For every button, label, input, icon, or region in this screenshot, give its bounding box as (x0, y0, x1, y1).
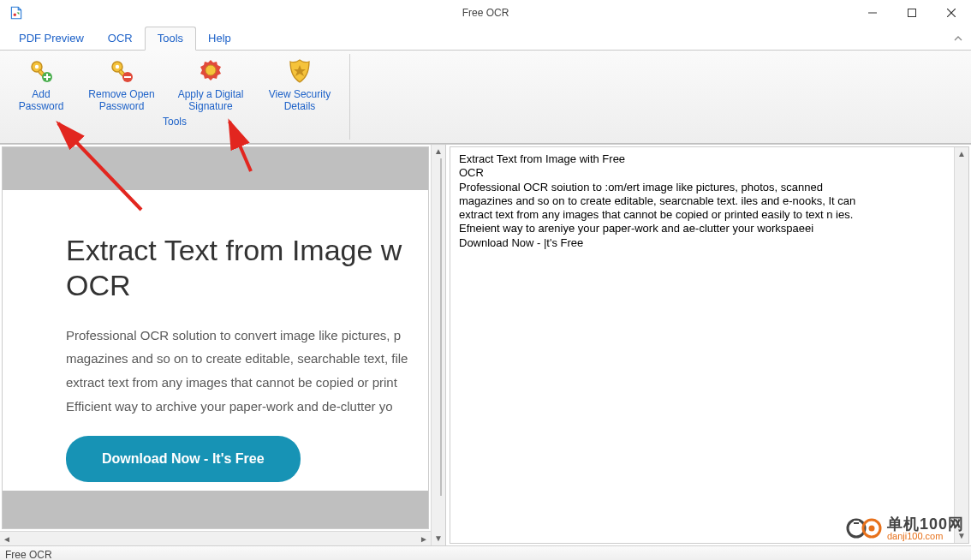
ocr-output-text[interactable]: Extract Text from Image with Free OCR Pr… (450, 147, 954, 543)
preview-page: Extract Text from Image w OCR Profession… (3, 190, 428, 491)
tab-tools[interactable]: Tools (145, 27, 196, 51)
scroll-left-icon[interactable]: ◄ (0, 534, 14, 544)
minimize-button[interactable] (853, 0, 892, 26)
shield-icon (286, 57, 313, 85)
tab-ocr[interactable]: OCR (96, 27, 145, 50)
svg-point-19 (206, 65, 216, 75)
scroll-thumb[interactable] (440, 158, 442, 496)
key-add-icon (27, 57, 55, 85)
vertical-scrollbar-left[interactable]: ▲ ▼ (431, 145, 445, 545)
add-password-button[interactable]: AddPassword (5, 52, 77, 116)
maximize-button[interactable] (892, 0, 932, 26)
svg-marker-0 (11, 7, 21, 19)
tab-help[interactable]: Help (196, 27, 243, 50)
app-icon (9, 5, 24, 21)
ocr-output-pane: Extract Text from Image with Free OCR Pr… (450, 146, 969, 544)
svg-point-1 (14, 14, 16, 16)
ribbon-label: View SecurityDetails (269, 88, 331, 114)
svg-rect-12 (44, 76, 51, 78)
ribbon-separator (349, 54, 350, 140)
remove-open-password-button[interactable]: Remove OpenPassword (77, 52, 166, 116)
preview-margin-bottom (3, 491, 428, 528)
statusbar: Free OCR (0, 545, 971, 560)
close-button[interactable] (932, 0, 971, 26)
preview-margin-top (3, 147, 428, 190)
scroll-right-icon[interactable]: ► (417, 534, 431, 544)
scroll-down-icon[interactable]: ▼ (955, 529, 968, 543)
svg-point-14 (116, 65, 119, 69)
pdf-preview-pane: Extract Text from Image w OCR Profession… (0, 145, 446, 545)
ribbon-label: Remove OpenPassword (88, 88, 154, 114)
download-button-graphic: Download Now - It's Free (66, 436, 301, 482)
preview-viewport[interactable]: Extract Text from Image w OCR Profession… (2, 146, 429, 529)
collapse-ribbon-icon[interactable] (954, 34, 962, 45)
scroll-down-icon[interactable]: ▼ (432, 532, 445, 545)
apply-digital-signature-button[interactable]: Apply a DigitalSignature (166, 52, 255, 116)
horizontal-scrollbar[interactable]: ◄ ► (0, 531, 431, 545)
ribbon: AddPassword Remove OpenPassword (0, 50, 971, 144)
certificate-ribbon-icon (197, 57, 224, 85)
content-area: Extract Text from Image w OCR Profession… (0, 144, 971, 545)
tab-pdf-preview[interactable]: PDF Preview (7, 27, 96, 50)
svg-rect-4 (908, 9, 916, 17)
menubar: PDF Preview OCR Tools Help (0, 26, 971, 50)
svg-point-8 (35, 65, 39, 69)
ribbon-group-tools: AddPassword Remove OpenPassword (0, 51, 349, 143)
ribbon-group-caption: Tools (163, 116, 187, 129)
scroll-up-icon[interactable]: ▲ (432, 145, 445, 158)
scroll-up-icon[interactable]: ▲ (955, 147, 968, 161)
titlebar: Free OCR (0, 0, 971, 26)
page-paragraph: Professional OCR solution to convert ima… (66, 324, 426, 419)
ribbon-label: Apply a DigitalSignature (178, 88, 244, 114)
window-controls (853, 0, 971, 26)
view-security-details-button[interactable]: View SecurityDetails (255, 52, 344, 116)
ribbon-label: AddPassword (19, 88, 64, 114)
vertical-scrollbar-right[interactable]: ▲ ▼ (954, 147, 968, 543)
page-heading: Extract Text from Image w OCR (66, 233, 428, 303)
window-title: Free OCR (0, 7, 971, 19)
status-text: Free OCR (5, 549, 52, 560)
key-remove-icon (108, 57, 135, 85)
svg-rect-17 (124, 76, 131, 78)
